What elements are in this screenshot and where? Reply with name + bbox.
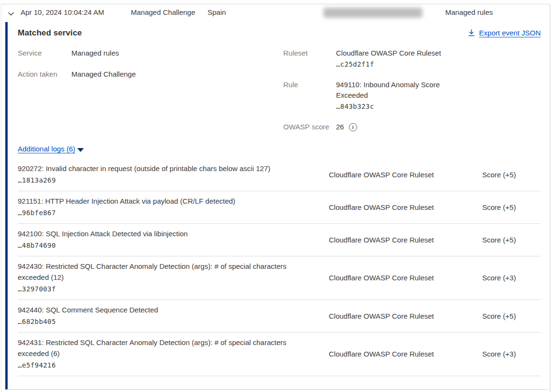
export-event-json-label: Export event JSON	[479, 29, 541, 37]
action-taken-value: Managed Challenge	[71, 69, 136, 80]
ruleset-name: Cloudflare OWASP Core Ruleset	[336, 49, 441, 57]
log-ruleset: Cloudflare OWASP Core Ruleset	[329, 171, 482, 179]
rule-value: 949110: Inbound Anomaly Score Exceeded ……	[336, 80, 451, 112]
event-detail-panel: Apr 10, 2024 10:04:24 AM Managed Challen…	[1, 4, 550, 392]
service-label: Service	[18, 48, 71, 58]
rule-label: Rule	[283, 80, 336, 112]
event-timestamp: Apr 10, 2024 10:04:24 AM	[21, 8, 104, 16]
event-summary-row[interactable]: Apr 10, 2024 10:04:24 AM Managed Challen…	[1, 4, 550, 22]
owasp-score-field: OWASP score 26 i	[283, 122, 541, 132]
owasp-score-label: OWASP score	[283, 122, 336, 132]
log-score: Score (+5)	[482, 312, 540, 320]
log-ruleset: Cloudflare OWASP Core Ruleset	[329, 236, 482, 244]
ruleset-label: Ruleset	[283, 48, 336, 70]
log-ruleset: Cloudflare OWASP Core Ruleset	[329, 203, 482, 211]
export-event-json-link[interactable]: Export event JSON	[467, 29, 541, 37]
log-title: 921151: HTTP Header Injection Attack via…	[18, 196, 312, 207]
log-hash: …3297003f	[18, 283, 312, 295]
action-taken-label: Action taken	[18, 69, 71, 80]
detail-header: Matched service Export event JSON	[18, 28, 541, 38]
fields-right-column: Ruleset Cloudflare OWASP Core Ruleset …c…	[283, 48, 541, 144]
ruleset-value: Cloudflare OWASP Core Ruleset …c25d2f1f	[336, 48, 441, 70]
event-country: Spain	[208, 8, 226, 16]
log-title: 942440: SQL Comment Sequence Detected	[18, 304, 312, 315]
download-icon	[467, 29, 475, 37]
rule-id-hash: …843b323c	[336, 103, 374, 110]
additional-logs-table: 920272: Invalid character in request (ou…	[18, 159, 541, 376]
log-row: 942430: Restricted SQL Character Anomaly…	[18, 256, 541, 300]
rule-field: Rule 949110: Inbound Anomaly Score Excee…	[283, 80, 541, 112]
log-hash: …e5f94216	[18, 359, 312, 371]
log-row: 942431: Restricted SQL Character Anomaly…	[18, 333, 541, 376]
redacted-hostname-blur	[324, 8, 422, 18]
additional-logs-toggle[interactable]: Additional logs (6)	[18, 145, 75, 153]
log-row: 921151: HTTP Header Injection Attack via…	[18, 191, 541, 224]
info-icon[interactable]: i	[349, 123, 357, 131]
log-ruleset: Cloudflare OWASP Core Ruleset	[329, 312, 482, 320]
log-title: 942100: SQL Injection Attack Detected vi…	[18, 228, 312, 239]
log-score: Score (+5)	[482, 171, 540, 179]
event-service: Managed rules	[445, 8, 493, 16]
matched-service-fields: Service Managed rules Action taken Manag…	[18, 48, 541, 144]
log-hash: …1813a269	[18, 174, 312, 186]
event-action: Managed Challenge	[131, 8, 195, 16]
log-row: 920272: Invalid character in request (ou…	[18, 159, 541, 191]
log-ruleset: Cloudflare OWASP Core Ruleset	[329, 274, 482, 282]
log-hash: …96bfe867	[18, 207, 312, 219]
service-field: Service Managed rules	[18, 48, 283, 58]
log-title: 942430: Restricted SQL Character Anomaly…	[18, 261, 312, 283]
log-row: 942440: SQL Comment Sequence Detected …6…	[18, 300, 541, 333]
additional-logs-label: Additional logs (6)	[18, 145, 75, 153]
event-detail-body: Matched service Export event JSON Servic…	[5, 22, 548, 390]
matched-service-title: Matched service	[18, 28, 82, 38]
service-value: Managed rules	[71, 48, 119, 58]
log-title: 942431: Restricted SQL Character Anomaly…	[18, 337, 312, 359]
chevron-down-icon[interactable]	[6, 9, 16, 19]
log-hash: …682bb405	[18, 316, 312, 327]
log-hash: …48b74690	[18, 240, 312, 251]
log-score: Score (+3)	[482, 350, 540, 358]
owasp-score-value: 26	[336, 122, 344, 132]
log-score: Score (+5)	[482, 236, 540, 244]
log-title: 920272: Invalid character in request (ou…	[18, 163, 312, 174]
fields-left-column: Service Managed rules Action taken Manag…	[18, 48, 283, 144]
ruleset-id-hash: …c25d2f1f	[336, 60, 374, 68]
log-score: Score (+5)	[482, 203, 540, 211]
log-score: Score (+3)	[482, 274, 540, 282]
firewall-events-panel: Apr 10, 2024 10:04:24 AM Managed Challen…	[0, 0, 556, 392]
log-row: 942100: SQL Injection Attack Detected vi…	[18, 224, 541, 256]
action-taken-field: Action taken Managed Challenge	[18, 69, 283, 80]
caret-down-icon[interactable]	[77, 148, 84, 152]
log-ruleset: Cloudflare OWASP Core Ruleset	[329, 350, 482, 358]
ruleset-field: Ruleset Cloudflare OWASP Core Ruleset …c…	[283, 48, 541, 70]
rule-name: 949110: Inbound Anomaly Score Exceeded	[336, 81, 440, 99]
